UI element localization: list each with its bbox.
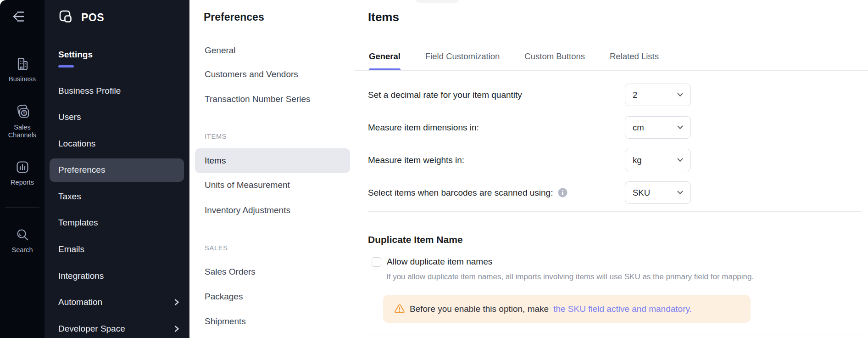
sidebar-item-integrations[interactable]: Integrations bbox=[58, 270, 104, 282]
pref-item-transaction-number-series[interactable]: Transaction Number Series bbox=[205, 94, 311, 105]
warning-text: Before you enable this option, make bbox=[410, 304, 549, 314]
allow-duplicate-checkbox[interactable] bbox=[372, 257, 381, 267]
tab-label: Related Lists bbox=[610, 51, 659, 61]
dimensions-unit-select[interactable]: cm bbox=[625, 116, 691, 139]
rail-item-reports[interactable]: Reports bbox=[0, 159, 45, 186]
chevron-right-icon bbox=[172, 324, 181, 333]
rail-item-sales-channels[interactable]: $ Sales Channels bbox=[0, 103, 45, 139]
rail-label: Search bbox=[0, 246, 45, 254]
select-value: cm bbox=[633, 123, 677, 133]
pref-section-items: ITEMS bbox=[205, 133, 227, 140]
tab-bar-divider bbox=[354, 70, 868, 71]
sales-channels-icon: $ bbox=[14, 103, 31, 120]
rail-divider bbox=[5, 37, 39, 37]
tab-general[interactable]: General bbox=[369, 46, 401, 71]
sidebar-item-templates[interactable]: Templates bbox=[58, 217, 98, 228]
svg-text:$: $ bbox=[22, 110, 25, 115]
app-title: POS bbox=[81, 11, 104, 24]
tab-label: General bbox=[369, 51, 401, 61]
pref-item-customers-vendors[interactable]: Customers and Vendors bbox=[205, 69, 298, 80]
bottom-divider bbox=[368, 334, 862, 334]
pref-item-inventory-adjustments[interactable]: Inventory Adjustments bbox=[205, 205, 290, 216]
sidebar-item-taxes[interactable]: Taxes bbox=[58, 191, 81, 202]
duplicate-helper-text: If you allow duplicate item names, all i… bbox=[386, 272, 754, 282]
rail-item-business[interactable]: Business bbox=[0, 56, 45, 83]
settings-heading: Settings bbox=[58, 50, 93, 60]
pref-item-shipments[interactable]: Shipments bbox=[205, 316, 246, 327]
tab-field-customization[interactable]: Field Customization bbox=[425, 46, 500, 71]
decimal-rate-select[interactable]: 2 bbox=[625, 84, 691, 106]
setting-label: Set a decimal rate for your item quantit… bbox=[368, 90, 522, 100]
barcode-scan-select[interactable]: SKU bbox=[625, 181, 691, 204]
pref-item-items[interactable]: Items bbox=[205, 155, 226, 166]
weights-unit-select[interactable]: kg bbox=[625, 149, 691, 171]
sidebar-item-preferences[interactable]: Preferences bbox=[58, 164, 105, 175]
pos-settings-screen: Business $ Sales Channels bbox=[0, 0, 868, 338]
setting-row-dimensions: Measure item dimensions in: bbox=[368, 116, 479, 139]
sidebar-item-emails[interactable]: Emails bbox=[58, 244, 84, 255]
sidebar-item-automation[interactable]: Automation bbox=[58, 297, 102, 308]
sidebar-item-business-profile[interactable]: Business Profile bbox=[58, 85, 121, 96]
main-content: Items General Field Customization Custom… bbox=[354, 0, 868, 338]
sidebar-item-locations[interactable]: Locations bbox=[58, 138, 95, 149]
setting-row-decimal-rate: Set a decimal rate for your item quantit… bbox=[368, 84, 522, 106]
info-icon[interactable] bbox=[558, 188, 568, 197]
pref-section-sales: SALES bbox=[205, 244, 228, 252]
icon-rail: Business $ Sales Channels bbox=[0, 0, 45, 338]
duplicate-item-heading: Duplicate Item Name bbox=[368, 234, 463, 245]
setting-label: Measure item dimensions in: bbox=[368, 123, 479, 133]
pref-item-units-of-measurement[interactable]: Units of Measurement bbox=[205, 180, 290, 191]
chevron-down-icon bbox=[677, 191, 683, 195]
sidebar-item-developer-space[interactable]: Developer Space bbox=[58, 323, 125, 334]
preferences-nav: Preferences General Customers and Vendor… bbox=[189, 0, 354, 338]
tab-custom-buttons[interactable]: Custom Buttons bbox=[524, 46, 585, 71]
scrolled-element-remnant bbox=[415, 0, 459, 3]
setting-label: Select items when barcodes are scanned u… bbox=[368, 188, 553, 198]
rail-label: Sales Channels bbox=[0, 124, 45, 139]
warning-triangle-icon bbox=[394, 304, 405, 314]
preferences-title: Preferences bbox=[204, 11, 264, 23]
search-icon bbox=[14, 226, 31, 243]
warning-banner: Before you enable this option, make the … bbox=[383, 295, 751, 323]
tab-bar: General Field Customization Custom Butto… bbox=[369, 46, 659, 71]
setting-row-barcode-scan: Select items when barcodes are scanned u… bbox=[368, 181, 568, 204]
sidebar-item-users[interactable]: Users bbox=[58, 112, 81, 123]
setting-row-weights: Measure item weights in: bbox=[368, 149, 464, 171]
section-divider bbox=[368, 211, 862, 212]
pref-item-general[interactable]: General bbox=[205, 45, 236, 56]
sidebar-divider bbox=[56, 37, 179, 37]
rail-item-search[interactable]: Search bbox=[0, 226, 45, 254]
pref-item-packages[interactable]: Packages bbox=[205, 291, 243, 302]
checkbox-label: Allow duplicate item names bbox=[387, 257, 492, 267]
pref-item-sales-orders[interactable]: Sales Orders bbox=[205, 266, 256, 277]
select-value: SKU bbox=[633, 188, 677, 198]
tab-label: Field Customization bbox=[425, 51, 500, 61]
page-title: Items bbox=[368, 10, 399, 24]
allow-duplicate-checkbox-row[interactable]: Allow duplicate item names bbox=[372, 256, 492, 268]
chevron-down-icon bbox=[677, 158, 683, 162]
select-value: 2 bbox=[633, 90, 677, 100]
rail-label: Reports bbox=[0, 179, 45, 186]
back-arrow-icon bbox=[10, 8, 27, 25]
settings-heading-underline bbox=[58, 65, 74, 68]
business-icon bbox=[14, 56, 31, 72]
warning-link[interactable]: the SKU field active and mandatory. bbox=[553, 304, 692, 314]
settings-sidebar: POS Settings Business Profile Users Loca… bbox=[45, 0, 189, 338]
chevron-down-icon bbox=[677, 93, 683, 97]
rail-label: Business bbox=[0, 75, 45, 83]
pos-logo-icon bbox=[58, 9, 75, 26]
collapse-back-button[interactable] bbox=[10, 8, 28, 26]
chevron-down-icon bbox=[677, 125, 683, 130]
tab-related-lists[interactable]: Related Lists bbox=[610, 46, 659, 71]
app-logo[interactable]: POS bbox=[58, 9, 104, 26]
select-value: kg bbox=[633, 155, 677, 165]
tab-label: Custom Buttons bbox=[524, 51, 585, 61]
reports-icon bbox=[14, 159, 31, 175]
chevron-right-icon bbox=[172, 298, 181, 307]
rail-divider bbox=[5, 208, 39, 208]
setting-label: Measure item weights in: bbox=[368, 155, 464, 165]
